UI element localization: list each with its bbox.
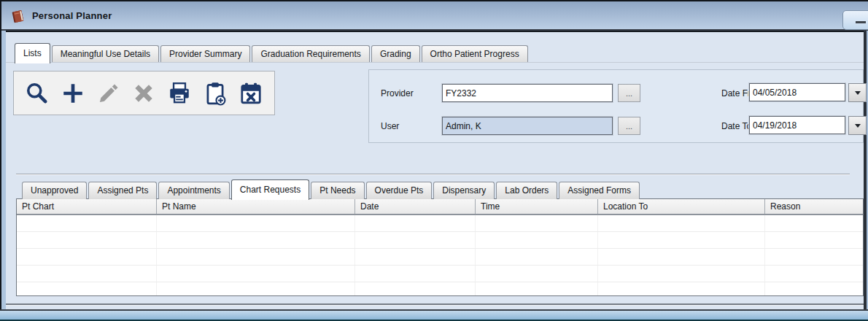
window-border-bottom [0,311,868,320]
search-button[interactable] [23,77,52,109]
planner-book-icon [10,9,26,25]
date-from-dropdown-button[interactable] [848,83,867,102]
delete-button[interactable] [129,77,158,109]
main-tabstrip: Lists Meaningful Use Details Provider Su… [15,42,530,63]
date-to-input[interactable] [749,116,845,134]
column-header-time[interactable]: Time [476,199,598,214]
client-area: Lists Meaningful Use Details Provider Su… [6,32,864,309]
toolbar [13,71,275,115]
print-icon [167,81,192,106]
table-row [17,266,863,282]
edit-button[interactable] [94,77,123,109]
provider-browse-button[interactable]: ... [618,84,640,102]
column-header-location-to[interactable]: Location To [598,199,765,214]
column-header-date[interactable]: Date [355,199,476,214]
user-input[interactable] [442,117,613,135]
tab-grading[interactable]: Grading [371,45,420,63]
personal-planner-window: Personal Planner Lists Meaningful Use De… [0,0,868,321]
date-from-input[interactable] [749,83,845,101]
edit-icon [96,81,121,106]
add-button[interactable] [58,77,88,109]
tab-appointments[interactable]: Appointments [158,182,229,199]
add-icon [61,81,85,106]
tab-pt-needs[interactable]: Pt Needs [311,182,364,199]
tab-dispensary[interactable]: Dispensary [433,182,495,199]
column-header-pt-chart[interactable]: Pt Chart [17,199,157,214]
clipboard-add-icon [203,81,228,106]
minimize-button[interactable] [842,10,868,30]
tab-overdue-pts[interactable]: Overdue Pts [366,182,433,199]
tab-chart-requests[interactable]: Chart Requests [231,179,309,200]
user-browse-button[interactable]: ... [618,117,640,135]
tab-meaningful-use-details[interactable]: Meaningful Use Details [52,45,159,63]
table-row [17,232,863,249]
tab-lists[interactable]: Lists [15,43,50,63]
date-to-dropdown-button[interactable] [848,116,867,135]
calendar-remove-icon [239,81,263,106]
provider-input[interactable] [442,84,613,102]
tab-unapproved[interactable]: Unapproved [22,182,87,199]
delete-icon [131,81,156,106]
user-label: User [381,121,399,131]
column-header-reason[interactable]: Reason [765,199,863,214]
tabstrip-baseline [6,62,864,63]
search-icon [25,81,50,106]
clipboard-add-button[interactable] [201,77,230,109]
list-tabstrip: Unapproved Assigned Pts Appointments Cha… [22,179,641,199]
title-bar: Personal Planner [1,1,868,31]
table-row [17,215,863,232]
minimize-icon [856,21,866,23]
table-header-row: Pt Chart Pt Name Date Time Location To R… [17,199,863,215]
section-divider [16,174,850,175]
table-row [17,282,863,296]
tab-graduation-requirements[interactable]: Graduation Requirements [252,45,369,63]
table-row [17,249,863,266]
tab-provider-summary[interactable]: Provider Summary [160,45,250,63]
column-header-pt-name[interactable]: Pt Name [157,199,355,214]
filter-panel: Provider ... User ... Date From Date To [368,69,864,143]
date-to-label: Date To [721,121,751,131]
provider-label: Provider [381,88,414,98]
tab-assigned-forms[interactable]: Assigned Forms [559,182,640,199]
chart-requests-table: Pt Chart Pt Name Date Time Location To R… [16,198,864,296]
panel-bottom-border [6,303,864,306]
tab-ortho-patient-progress[interactable]: Ortho Patient Progress [422,45,528,63]
print-button[interactable] [165,77,194,109]
chevron-down-icon [855,124,861,128]
window-title: Personal Planner [32,10,112,21]
chevron-down-icon [855,91,861,95]
calendar-remove-button[interactable] [236,77,266,109]
tab-assigned-pts[interactable]: Assigned Pts [88,182,157,199]
tab-lab-orders[interactable]: Lab Orders [496,182,557,199]
